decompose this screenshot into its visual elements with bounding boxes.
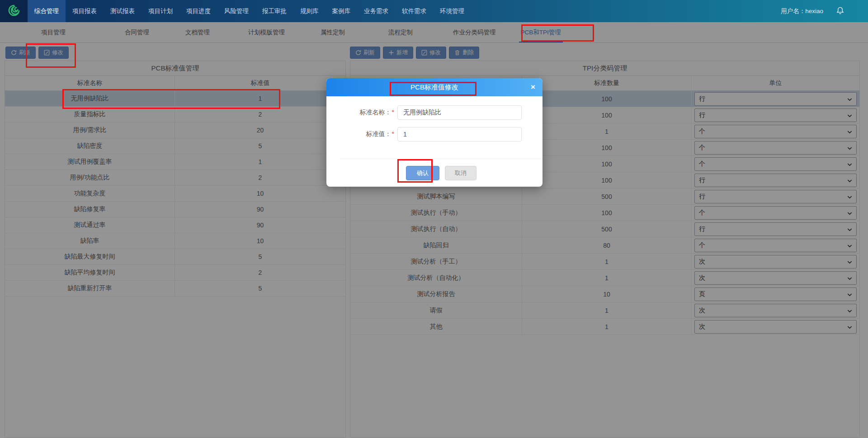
dialog-title: PCB标准值修改 bbox=[410, 83, 458, 92]
top-navbar: 综合管理 项目报表 测试报表 项目计划 项目进度 风险管理 报工审批 规则库 案… bbox=[0, 0, 868, 22]
nav-item[interactable]: 项目计划 bbox=[142, 0, 179, 22]
nav-item[interactable]: 项目报表 bbox=[66, 0, 104, 22]
dialog-body: 标准名称：* 标准值：* 确认 取消 bbox=[326, 96, 542, 187]
pcb-edit-dialog: PCB标准值修改 × 标准名称：* 标准值：* 确认 取消 bbox=[326, 78, 542, 187]
nav-item-label: 综合管理 bbox=[34, 7, 59, 15]
nav-item-label: 风险管理 bbox=[224, 7, 249, 15]
nav-item-label: 案例库 bbox=[332, 7, 351, 15]
nav-item-label: 测试报表 bbox=[110, 7, 135, 15]
username-label: 用户名：hexiao bbox=[781, 7, 823, 15]
standard-value-label: 标准值：* bbox=[340, 130, 394, 138]
nav-item[interactable]: 案例库 bbox=[326, 0, 358, 22]
nav-item-label: 项目报表 bbox=[72, 7, 97, 15]
nav-item[interactable]: 环境管理 bbox=[433, 0, 471, 22]
nav-item[interactable]: 综合管理 bbox=[28, 0, 66, 22]
nav-item-label: 规则库 bbox=[300, 7, 319, 15]
nav-item[interactable]: 风险管理 bbox=[217, 0, 255, 22]
app-logo[interactable] bbox=[0, 0, 28, 22]
nav-item[interactable]: 测试报表 bbox=[104, 0, 142, 22]
nav-item-label: 软件需求 bbox=[402, 7, 426, 15]
app-screen: 综合管理 项目报表 测试报表 项目计划 项目进度 风险管理 报工审批 规则库 案… bbox=[0, 0, 868, 438]
standard-name-label: 标准名称：* bbox=[340, 108, 394, 117]
main-menu: 综合管理 项目报表 测试报表 项目计划 项目进度 风险管理 报工审批 规则库 案… bbox=[28, 0, 471, 22]
confirm-button[interactable]: 确认 bbox=[406, 166, 439, 180]
navbar-right: 用户名：hexiao bbox=[781, 0, 868, 22]
cancel-button[interactable]: 取消 bbox=[445, 166, 476, 180]
nav-item[interactable]: 软件需求 bbox=[395, 0, 433, 22]
bell-icon[interactable] bbox=[836, 6, 844, 17]
nav-item[interactable]: 规则库 bbox=[293, 0, 326, 22]
dialog-footer: 确认 取消 bbox=[340, 159, 542, 187]
nav-item-label: 项目计划 bbox=[148, 7, 173, 15]
standard-value-input[interactable] bbox=[397, 127, 522, 141]
dialog-header: PCB标准值修改 × bbox=[326, 78, 542, 96]
form-row-standard-value: 标准值：* bbox=[340, 127, 542, 141]
nav-item-label: 项目进度 bbox=[186, 7, 211, 15]
form-row-standard-name: 标准名称：* bbox=[340, 105, 542, 120]
spiral-logo-icon bbox=[6, 3, 22, 20]
close-icon[interactable]: × bbox=[531, 78, 535, 96]
nav-item[interactable]: 业务需求 bbox=[357, 0, 395, 22]
nav-item[interactable]: 报工审批 bbox=[255, 0, 293, 22]
nav-item-label: 报工审批 bbox=[262, 7, 287, 15]
nav-item-label: 业务需求 bbox=[364, 7, 388, 15]
standard-name-input[interactable] bbox=[397, 105, 522, 120]
nav-item-label: 环境管理 bbox=[440, 7, 464, 15]
nav-item[interactable]: 项目进度 bbox=[179, 0, 217, 22]
required-asterisk: * bbox=[392, 108, 394, 116]
required-asterisk: * bbox=[392, 130, 394, 137]
